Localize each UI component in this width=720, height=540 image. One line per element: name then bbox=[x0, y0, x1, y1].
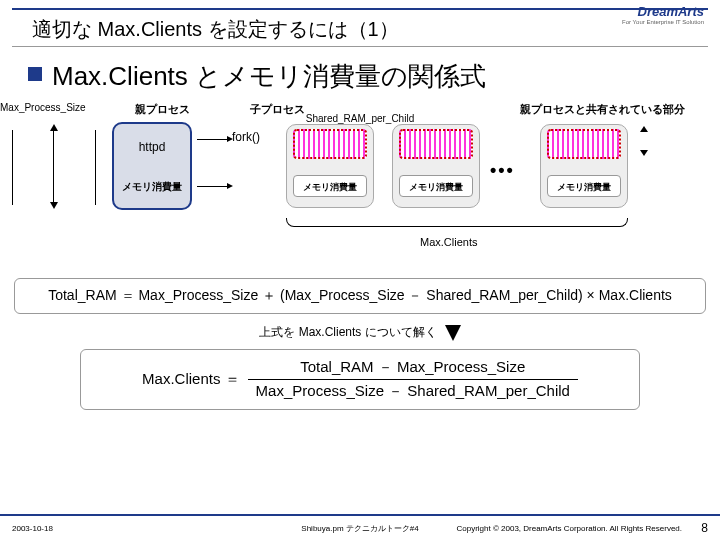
fork-arrow-icon bbox=[197, 186, 227, 187]
main-heading: Max.Clients とメモリ消費量の関係式 bbox=[28, 59, 720, 94]
fork-label: fork() bbox=[232, 130, 260, 144]
parent-label: 親プロセス bbox=[135, 102, 190, 117]
arrow-down-icon bbox=[640, 150, 648, 156]
child-process-box: メモリ消費量 bbox=[286, 124, 374, 208]
brace-icon bbox=[286, 214, 628, 232]
brand-tagline: For Your Enterprise IT Solution bbox=[622, 19, 704, 25]
fraction: Total_RAM － Max_Process_Size Max_Process… bbox=[248, 358, 578, 401]
arrow-up-icon bbox=[50, 124, 58, 131]
measure-line bbox=[12, 130, 13, 205]
process-diagram: 親プロセス 子プロセス 親プロセスと共有されている部分 Max_Process_… bbox=[0, 102, 720, 272]
arrow-down-icon bbox=[50, 202, 58, 209]
measure-arrow bbox=[53, 131, 54, 203]
result-lhs: Max.Clients ＝ bbox=[142, 370, 240, 389]
shared-region bbox=[547, 129, 621, 159]
solve-row: 上式を Max.Clients について解く bbox=[0, 324, 720, 341]
memory-label: メモリ消費量 bbox=[114, 180, 190, 194]
parent-process-box: httpd メモリ消費量 bbox=[112, 122, 192, 210]
memory-label: メモリ消費量 bbox=[399, 175, 473, 197]
top-rule bbox=[12, 8, 708, 10]
ellipsis-icon: ••• bbox=[490, 160, 515, 181]
footer-date: 2003-10-18 bbox=[12, 524, 53, 533]
arrow-up-icon bbox=[640, 126, 648, 132]
brace-label: Max.Clients bbox=[420, 236, 477, 248]
numerator: Total_RAM － Max_Process_Size bbox=[292, 358, 533, 379]
shared-label: 親プロセスと共有されている部分 bbox=[520, 102, 685, 117]
footer-copyright: Copyright © 2003, DreamArts Corporation.… bbox=[456, 524, 682, 533]
page-number: 8 bbox=[701, 521, 708, 535]
child-label: 子プロセス bbox=[250, 102, 305, 117]
shared-ram-measure bbox=[640, 126, 648, 156]
solve-text: 上式を Max.Clients について解く bbox=[259, 324, 436, 341]
child-process-box: メモリ消費量 bbox=[540, 124, 628, 208]
main-heading-text: Max.Clients とメモリ消費量の関係式 bbox=[52, 59, 486, 94]
formula-total: Total_RAM ＝ Max_Process_Size ＋ (Max_Proc… bbox=[14, 278, 706, 314]
fork-arrow-icon bbox=[197, 139, 227, 140]
httpd-label: httpd bbox=[114, 140, 190, 154]
bullet-icon bbox=[28, 67, 42, 81]
footer: 2003-10-18 Shibuya.pm テクニカルトーク#4 Copyrig… bbox=[0, 514, 720, 540]
memory-label: メモリ消費量 bbox=[547, 175, 621, 197]
title-rule bbox=[12, 46, 708, 47]
shared-region bbox=[293, 129, 367, 159]
child-process-box: メモリ消費量 bbox=[392, 124, 480, 208]
denominator: Max_Process_Size － Shared_RAM_per_Child bbox=[248, 379, 578, 401]
arrow-down-icon bbox=[445, 325, 461, 341]
memory-label: メモリ消費量 bbox=[293, 175, 367, 197]
brand-logo: DreamArts bbox=[638, 4, 704, 19]
slide-title: 適切な Max.Clients を設定するには（1） bbox=[32, 16, 720, 43]
footer-center: Shibuya.pm テクニカルトーク#4 bbox=[301, 523, 418, 534]
measure-line bbox=[95, 130, 96, 205]
shared-region bbox=[399, 129, 473, 159]
formula-result: Max.Clients ＝ Total_RAM － Max_Process_Si… bbox=[80, 349, 640, 410]
